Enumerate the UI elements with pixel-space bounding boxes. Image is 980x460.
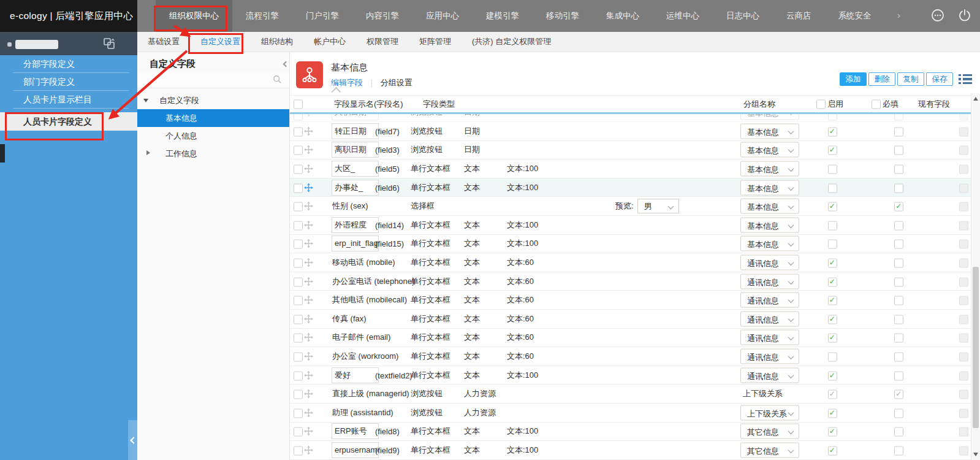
existing-checkbox[interactable]	[959, 296, 968, 305]
existing-checkbox[interactable]	[959, 352, 968, 361]
row-checkbox[interactable]	[294, 277, 303, 286]
required-checkbox[interactable]	[894, 240, 903, 249]
group-select[interactable]: 基本信息	[740, 114, 799, 120]
panel-collapse-button[interactable]	[283, 60, 287, 67]
sub-nav-tab[interactable]: (共济) 自定义权限管理	[462, 32, 561, 52]
group-select[interactable]: 基本信息	[740, 180, 799, 195]
top-nav-tab[interactable]: 云商店	[773, 0, 825, 32]
row-checkbox[interactable]	[294, 127, 303, 136]
move-handle-icon[interactable]	[304, 164, 313, 173]
top-nav-tab[interactable]: 系统安全	[825, 0, 885, 32]
field-name-input[interactable]: 大区_	[332, 161, 379, 177]
move-handle-icon[interactable]	[304, 351, 313, 361]
group-select[interactable]: 基本信息	[740, 142, 799, 158]
copy-button[interactable]: 复制	[897, 72, 924, 86]
row-checkbox[interactable]	[294, 146, 303, 155]
sub-nav-tab[interactable]: 帐户中心	[303, 32, 356, 52]
move-handle-icon[interactable]	[304, 296, 313, 305]
existing-checkbox[interactable]	[959, 334, 968, 343]
expanded-triangle-icon[interactable]	[143, 99, 148, 102]
move-handle-icon[interactable]	[304, 258, 313, 267]
enabled-checkbox[interactable]	[828, 259, 837, 268]
top-nav-tab[interactable]: 组织权限中心	[156, 0, 232, 32]
enabled-checkbox[interactable]	[828, 277, 837, 286]
field-name-input[interactable]: 外语程度	[332, 217, 379, 233]
existing-checkbox[interactable]	[959, 408, 968, 418]
top-nav-tab[interactable]: 建模引擎	[473, 0, 533, 32]
group-select[interactable]: 通讯信息	[740, 274, 799, 289]
scrollbar-thumb[interactable]	[973, 267, 979, 428]
existing-checkbox[interactable]	[959, 259, 968, 268]
top-nav-tab[interactable]: 应用中心	[412, 0, 473, 32]
required-checkbox[interactable]	[894, 334, 903, 343]
scroll-up-arrow-icon[interactable]	[973, 97, 978, 101]
required-checkbox[interactable]	[894, 446, 903, 455]
group-select[interactable]: 通讯信息	[740, 348, 799, 364]
required-checkbox[interactable]	[894, 146, 903, 155]
enabled-checkbox[interactable]	[828, 408, 837, 418]
existing-checkbox[interactable]	[959, 183, 968, 193]
existing-checkbox[interactable]	[959, 127, 968, 136]
group-select[interactable]: 基本信息	[740, 123, 799, 139]
move-handle-icon[interactable]	[304, 145, 313, 155]
row-checkbox[interactable]	[294, 446, 303, 455]
sub-nav-tab[interactable]: 权限管理	[356, 32, 409, 52]
row-checkbox[interactable]	[294, 334, 303, 343]
required-checkbox[interactable]	[894, 183, 903, 193]
sidebar-item[interactable]: 部门字段定义	[0, 73, 137, 91]
group-select[interactable]: 通讯信息	[740, 367, 799, 383]
row-checkbox[interactable]	[294, 371, 303, 380]
enabled-checkbox[interactable]	[828, 334, 837, 343]
enabled-checkbox[interactable]	[828, 315, 837, 324]
sub-nav-tab[interactable]: 矩阵管理	[409, 32, 462, 52]
sub-nav-tab[interactable]: 组织结构	[251, 32, 303, 52]
enabled-checkbox[interactable]	[828, 296, 837, 305]
tree-node[interactable]: 基本信息	[137, 109, 289, 127]
tree-root-node[interactable]: 自定义字段	[137, 91, 289, 109]
row-checkbox[interactable]	[294, 390, 303, 399]
row-checkbox[interactable]	[294, 352, 303, 361]
required-checkbox[interactable]	[894, 352, 903, 361]
group-select[interactable]: 通讯信息	[740, 330, 799, 345]
enabled-checkbox[interactable]	[828, 202, 837, 212]
sub-nav-tab[interactable]: 自定义设置	[190, 32, 251, 52]
existing-checkbox[interactable]	[959, 277, 968, 286]
row-checkbox[interactable]	[294, 315, 303, 324]
require-all-checkbox[interactable]	[872, 99, 881, 109]
enabled-checkbox[interactable]	[828, 146, 837, 155]
move-handle-icon[interactable]	[304, 126, 313, 136]
existing-checkbox[interactable]	[959, 446, 968, 455]
required-checkbox[interactable]	[894, 371, 903, 380]
row-checkbox[interactable]	[294, 183, 303, 193]
preview-select[interactable]: 男	[637, 199, 679, 213]
top-nav-tab[interactable]: 门户引擎	[292, 0, 352, 32]
delete-button[interactable]: 删除	[868, 72, 895, 86]
top-nav-tab[interactable]: 内容引擎	[352, 0, 412, 32]
existing-checkbox[interactable]	[959, 315, 968, 324]
enabled-checkbox[interactable]	[828, 240, 837, 249]
row-checkbox[interactable]	[294, 259, 303, 268]
required-checkbox[interactable]	[894, 114, 903, 120]
list-menu-icon[interactable]	[959, 74, 972, 85]
required-checkbox[interactable]	[894, 408, 903, 418]
group-select[interactable]: 通讯信息	[740, 293, 799, 308]
sidebar-item[interactable]: 人员卡片字段定义	[0, 112, 137, 131]
edit-field-link[interactable]: 编辑字段	[331, 78, 363, 87]
top-nav-tab[interactable]: 运维中心	[653, 0, 713, 32]
group-select[interactable]: 上下级关系	[740, 405, 799, 420]
required-checkbox[interactable]	[894, 296, 903, 305]
sidebar-item[interactable]: 人员卡片显示栏目	[0, 91, 137, 109]
field-name-input[interactable]: 爱好	[332, 367, 379, 383]
enabled-checkbox[interactable]	[828, 427, 837, 437]
row-checkbox[interactable]	[294, 408, 303, 418]
enabled-checkbox[interactable]	[828, 371, 837, 380]
group-setting-link[interactable]: 分组设置	[381, 78, 412, 87]
sidebar-collapse-button[interactable]	[128, 420, 137, 460]
switch-module-icon[interactable]	[103, 37, 115, 52]
move-handle-icon[interactable]	[304, 183, 313, 192]
add-button[interactable]: 添加	[840, 72, 867, 86]
top-nav-tab[interactable]: 集成中心	[593, 0, 653, 32]
vertical-scrollbar[interactable]	[971, 93, 980, 460]
field-name-input[interactable]: 入职日期	[332, 114, 379, 120]
scroll-down-arrow-icon[interactable]	[973, 453, 978, 456]
